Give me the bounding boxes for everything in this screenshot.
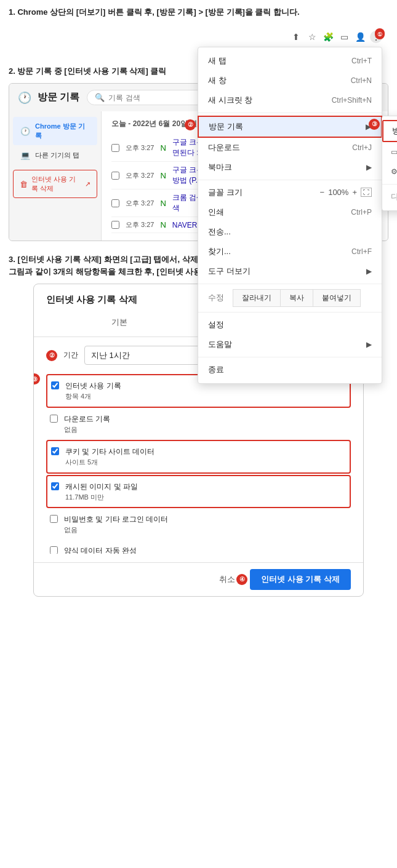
checkbox-downloads[interactable] xyxy=(50,415,58,423)
entry1-favicon: N xyxy=(160,143,166,153)
badge1: ① xyxy=(375,30,385,39)
menu-history[interactable]: 방문 기록 ▶ xyxy=(198,116,382,138)
account-icon[interactable]: 👤 xyxy=(354,31,366,43)
submenu-settings[interactable]: ⚙ 설정 Ctrl+Shift+T xyxy=(382,162,397,181)
section1-title: 1. Chrome 상단의 [더보기] 버튼 클릭 후, [방문 기록] > [… xyxy=(9,6,388,18)
menu-settings[interactable]: 설정 xyxy=(198,315,382,335)
submenu-no-other-tabs-label: 다른 기기의 탭 없음 xyxy=(391,191,397,202)
dialog-footer: 취소 ④ 인터넷 사용 기록 삭제 xyxy=(34,562,363,596)
main-dropdown: 새 탭 Ctrl+T 새 창 Ctrl+N 새 시크릿 창 Ctrl+Shift… xyxy=(198,47,382,384)
entry1-time: 오후 3:27 xyxy=(126,143,154,153)
menu-cast[interactable]: 전송... xyxy=(198,222,382,242)
sidebar-other-devices-label: 다른 기기의 탭 xyxy=(35,151,79,160)
menu-downloads-label: 다운로드 xyxy=(208,142,240,153)
menu-bookmarks-label: 북마크 xyxy=(208,162,232,173)
menu-new-tab[interactable]: 새 탭 Ctrl+T xyxy=(198,51,382,71)
chrome-toolbar: ⬆ ☆ 🧩 ▭ 👤 ⋮ 1 xyxy=(27,31,388,43)
checkbox-autofill-label: 양식 데이터 자동 완성 xyxy=(64,545,137,554)
font-decrease-button[interactable]: − xyxy=(320,188,325,197)
tab-icon[interactable]: ▭ xyxy=(338,31,350,43)
checkbox-list: 인터넷 사용 기록 항목 4개 다운로드 기록 없음 xyxy=(46,373,351,554)
menu-new-tab-shortcut: Ctrl+T xyxy=(351,57,372,65)
tab-basic-label: 기본 xyxy=(111,317,127,327)
sidebar-chrome-history-label: Chrome 방문 기록 xyxy=(35,122,90,140)
menu-print-label: 인쇄 xyxy=(208,207,224,218)
font-size-row: 글꼴 크기 − 100% + ⛶ xyxy=(198,183,382,202)
sub-divider xyxy=(382,184,397,185)
entry4-checkbox[interactable] xyxy=(111,221,119,229)
entry2-checkbox[interactable] xyxy=(111,172,119,180)
sidebar-item-chrome-history[interactable]: 🕐 Chrome 방문 기록 xyxy=(13,117,97,145)
checkbox-item-downloads: 다운로드 기록 없음 xyxy=(46,408,351,440)
period-label: 기간 xyxy=(63,350,78,360)
menu-new-window[interactable]: 새 창 Ctrl+N xyxy=(198,71,382,90)
submenu-recent-tabs[interactable]: ▭ 최근에 닫은 탭 xyxy=(382,142,397,162)
checkbox-history[interactable] xyxy=(51,381,59,389)
history-sidebar: 🕐 Chrome 방문 기록 💻 다른 기기의 탭 🗑 인터넷 사용 기록 삭제… xyxy=(9,111,102,241)
submenu-history[interactable]: 방문 기록 Ctrl+H xyxy=(382,120,397,142)
checkbox-autofill[interactable] xyxy=(50,546,58,554)
entry3-favicon: N xyxy=(160,199,166,208)
edit-label: 수정 xyxy=(208,292,233,303)
entry3-checkbox[interactable] xyxy=(111,199,119,207)
font-fullscreen-icon[interactable]: ⛶ xyxy=(361,188,372,197)
checkbox-cookies[interactable] xyxy=(51,447,59,455)
menu-more-tools-label: 도구 더보기 xyxy=(208,266,251,277)
menu-history-label: 방문 기록 xyxy=(209,121,243,132)
extensions-icon[interactable]: 🧩 xyxy=(322,31,334,43)
tab-basic[interactable]: 기본 xyxy=(34,311,205,336)
history-icon: 🕐 xyxy=(18,91,31,105)
chrome-history-icon: 🕐 xyxy=(20,127,30,136)
badge3: ③ xyxy=(369,119,380,130)
divider1 xyxy=(198,113,382,113)
menu-help-arrow: ▶ xyxy=(366,340,372,349)
entry1-checkbox[interactable] xyxy=(111,144,119,152)
checkbox-passwords-label: 비밀번호 및 기타 로그인 데이터 없음 xyxy=(64,514,168,535)
checkbox-item-cache: 캐시된 이미지 및 파일 11.7MB 미만 xyxy=(46,475,351,509)
menu-find-label: 찾기... xyxy=(208,246,231,257)
star-icon[interactable]: ☆ xyxy=(306,31,318,43)
divider3 xyxy=(198,284,382,284)
checkbox-downloads-label: 다운로드 기록 없음 xyxy=(64,413,110,435)
menu-bookmarks[interactable]: 북마크 ▶ xyxy=(198,157,382,177)
submenu-no-other-tabs: 다른 기기의 탭 없음 xyxy=(382,187,397,207)
menu-cast-label: 전송... xyxy=(208,226,231,237)
cut-button[interactable]: 잘라내기 xyxy=(233,289,280,307)
font-increase-button[interactable]: + xyxy=(352,188,357,197)
menu-new-window-shortcut: Ctrl+N xyxy=(351,76,372,85)
menu-downloads[interactable]: 다운로드 Ctrl+J xyxy=(198,138,382,157)
chrome-menu-area: ⬆ ☆ 🧩 ▭ 👤 ⋮ 1 새 탭 Ctrl+T 새 창 Ctrl+N xyxy=(9,25,388,50)
dialog-badge2: ② xyxy=(46,350,57,361)
entry4-time: 오후 3:27 xyxy=(126,220,154,229)
delete-history-button[interactable]: 인터넷 사용 기록 삭제 xyxy=(250,569,351,590)
menu-bookmarks-arrow: ▶ xyxy=(366,163,372,172)
paste-button[interactable]: 붙여넣기 xyxy=(313,289,361,307)
submenu-history-label: 방문 기록 xyxy=(392,125,397,137)
menu-help[interactable]: 도움말 ▶ xyxy=(198,335,382,354)
checkbox-cache[interactable] xyxy=(51,482,59,490)
search-magnifier-icon: 🔍 xyxy=(95,93,105,102)
menu-print[interactable]: 인쇄 Ctrl+P xyxy=(198,202,382,222)
delete-button-wrap: ④ 인터넷 사용 기록 삭제 xyxy=(250,569,351,590)
copy-button[interactable]: 복사 xyxy=(280,289,313,307)
checkbox-item-cookies: 쿠키 및 기타 사이트 데이터 사이트 5개 xyxy=(46,440,351,474)
menu-more-tools[interactable]: 도구 더보기 ▶ xyxy=(198,261,382,281)
menu-more-tools-arrow: ▶ xyxy=(366,267,372,276)
sidebar-item-other-devices[interactable]: 💻 다른 기기의 탭 xyxy=(13,146,97,165)
share-icon[interactable]: ⬆ xyxy=(290,31,302,43)
external-link-icon: ↗ xyxy=(85,180,90,188)
checkbox-passwords[interactable] xyxy=(50,515,58,523)
device-icon: 💻 xyxy=(20,151,30,160)
checkbox-cookies-label: 쿠키 및 기타 사이트 데이터 사이트 5개 xyxy=(65,446,154,468)
divider2 xyxy=(198,180,382,180)
menu-exit[interactable]: 종료 xyxy=(198,360,382,380)
menu-incognito[interactable]: 새 시크릿 창 Ctrl+Shift+N xyxy=(198,90,382,110)
entry2-time: 오후 3:27 xyxy=(126,171,154,180)
submenu: ③ 방문 기록 Ctrl+H ▭ 최근에 닫은 탭 xyxy=(382,116,397,211)
menu-find[interactable]: 찾기... Ctrl+F xyxy=(198,242,382,261)
menu-print-shortcut: Ctrl+P xyxy=(351,208,372,217)
menu-find-shortcut: Ctrl+F xyxy=(351,247,372,256)
settings-gear-icon: ⚙ xyxy=(391,167,397,176)
sidebar-item-delete[interactable]: 🗑 인터넷 사용 기록 삭제 ↗ xyxy=(13,170,97,198)
sidebar-delete-label: 인터넷 사용 기록 삭제 xyxy=(31,175,81,193)
